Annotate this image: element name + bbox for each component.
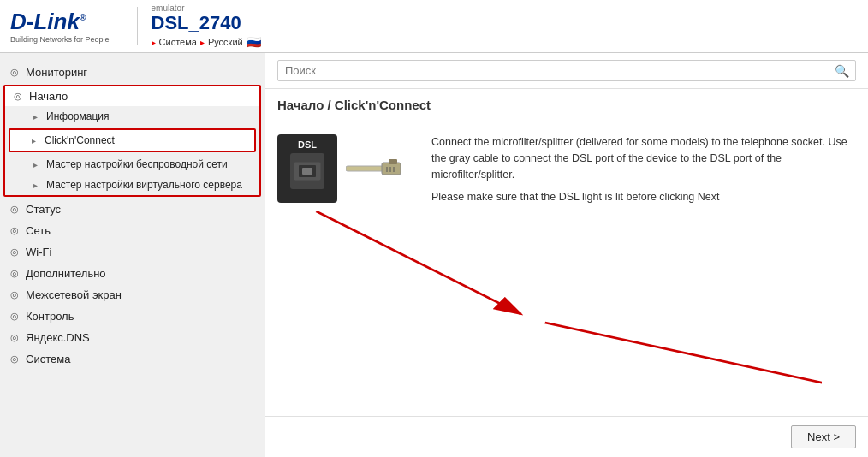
dsl-device-icon: DSL (277, 134, 337, 203)
device-name: DSL_2740 (152, 13, 261, 33)
search-box: 🔍 (277, 60, 856, 81)
svg-line-10 (317, 211, 521, 314)
sidebar-label-wireless: Мастер настройки беспроводной сети (46, 158, 228, 170)
dsl-image-container: DSL (277, 134, 406, 203)
description-1: Connect the microfilter/splitter (delive… (431, 134, 856, 182)
info-text: Connect the microfilter/splitter (delive… (431, 134, 856, 212)
status-icon: ◎ (9, 204, 21, 215)
logo-tagline: Building Networks for People (10, 35, 110, 44)
yandex-icon: ◎ (9, 332, 21, 343)
sidebar-item-clicknconnect[interactable]: ▸ Click'n'Connect (10, 130, 254, 151)
svg-line-11 (545, 323, 822, 432)
breadcrumb-sistema[interactable]: Система (159, 37, 197, 47)
arrow-icon: ▸ (152, 38, 156, 47)
firewall-icon: ◎ (9, 289, 21, 300)
nachalo-icon: ◎ (12, 91, 24, 102)
sidebar: ◎ Мониторинг ◎ Начало ▸ Информация ▸ Cli… (0, 53, 265, 457)
logo-text: D-Link® (10, 9, 86, 33)
cable-connector (346, 156, 406, 181)
search-input[interactable] (277, 60, 856, 81)
monitoring-icon: ◎ (9, 67, 21, 78)
sidebar-label-virtual: Мастер настройки виртуального сервера (46, 179, 242, 191)
logo-section: D-Link® Building Networks for People (10, 9, 110, 44)
arrow-icon-2: ▸ (200, 38, 205, 47)
sidebar-label-advanced: Дополнительно (26, 267, 106, 280)
description-2: Please make sure that the DSL light is l… (431, 189, 856, 205)
sidebar-label-yandex: Яндекс.DNS (26, 331, 90, 344)
network-icon: ◎ (9, 225, 21, 236)
clicknconnect-icon: ▸ (27, 136, 39, 145)
sidebar-label-control: Контроль (26, 310, 74, 323)
main-layout: ◎ Мониторинг ◎ Начало ▸ Информация ▸ Cli… (0, 53, 868, 457)
sidebar-item-wifi[interactable]: ◎ Wi-Fi (0, 241, 265, 263)
sidebar-item-monitoring[interactable]: ◎ Мониторинг (0, 62, 265, 83)
logo-registered: ® (80, 12, 86, 21)
sidebar-label-clicknconnect: Click'n'Connect (45, 134, 115, 146)
next-button-container: Next > (265, 416, 868, 457)
sidebar-item-info[interactable]: ▸ Информация (5, 106, 259, 127)
dsl-port (290, 153, 324, 189)
dsl-label: DSL (298, 139, 317, 150)
svg-rect-2 (302, 168, 312, 175)
sidebar-label-monitoring: Мониторинг (26, 66, 87, 79)
svg-rect-4 (382, 163, 401, 175)
header-right: emulator DSL_2740 ▸ Система ▸ Русский 🇷🇺 (152, 3, 261, 49)
content-area: 🔍 Начало / Click'n'Connect DSL (265, 53, 868, 457)
next-button[interactable]: Next > (791, 425, 856, 448)
content-top: 🔍 (265, 53, 868, 89)
sidebar-label-network: Сеть (26, 224, 51, 237)
page-breadcrumb: Начало / Click'n'Connect (265, 89, 868, 117)
sidebar-item-yandex[interactable]: ◎ Яндекс.DNS (0, 327, 265, 348)
sidebar-label-status: Статус (26, 203, 61, 216)
breadcrumb-russkiy[interactable]: Русский (208, 37, 243, 47)
header-divider (137, 7, 138, 45)
sidebar-item-virtual[interactable]: ▸ Мастер настройки виртуального сервера (5, 175, 259, 195)
flag-icon: 🇷🇺 (247, 35, 261, 49)
system-icon: ◎ (9, 353, 21, 365)
sidebar-label-wifi: Wi-Fi (26, 246, 51, 258)
sidebar-item-advanced[interactable]: ◎ Дополнительно (0, 263, 265, 284)
virtual-icon: ▸ (29, 181, 41, 190)
header-breadcrumb: ▸ Система ▸ Русский 🇷🇺 (152, 35, 261, 49)
sidebar-label-firewall: Межсетевой экран (26, 288, 122, 301)
sidebar-item-control[interactable]: ◎ Контроль (0, 306, 265, 327)
svg-rect-3 (346, 166, 384, 171)
sidebar-item-status[interactable]: ◎ Статус (0, 199, 265, 220)
header: D-Link® Building Networks for People emu… (0, 0, 868, 53)
sidebar-item-firewall[interactable]: ◎ Межсетевой экран (0, 284, 265, 306)
sidebar-label-system: Система (26, 353, 70, 365)
sidebar-label-info: Информация (46, 110, 109, 122)
content-body: DSL (265, 117, 868, 416)
sidebar-item-system[interactable]: ◎ Система (0, 348, 265, 370)
sidebar-item-network[interactable]: ◎ Сеть (0, 220, 265, 241)
wifi-icon: ◎ (9, 246, 21, 258)
wireless-icon: ▸ (29, 160, 41, 169)
info-icon: ▸ (29, 112, 41, 122)
advanced-icon: ◎ (9, 268, 21, 279)
sidebar-label-nachalo: Начало (29, 90, 68, 103)
control-icon: ◎ (9, 311, 21, 322)
search-icon: 🔍 (835, 64, 849, 78)
svg-rect-5 (389, 159, 397, 164)
sidebar-item-nachalo[interactable]: ◎ Начало (5, 86, 259, 106)
sidebar-item-wireless[interactable]: ▸ Мастер настройки беспроводной сети (5, 154, 259, 175)
